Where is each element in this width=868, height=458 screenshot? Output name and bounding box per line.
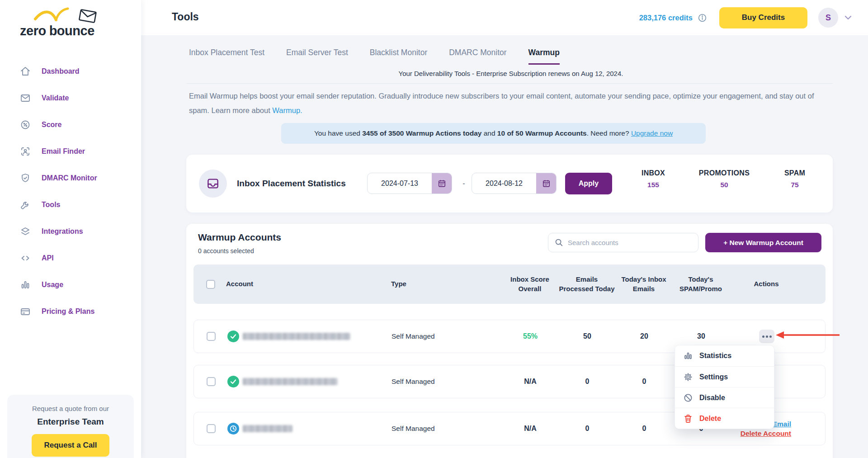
tab-inbox-placement-test[interactable]: Inbox Placement Test bbox=[189, 48, 264, 65]
tab-warmup[interactable]: Warmup bbox=[528, 48, 560, 65]
inbox-score-value: N/A bbox=[502, 425, 559, 433]
code-icon bbox=[20, 253, 31, 264]
select-all-checkbox[interactable] bbox=[206, 280, 215, 289]
date-to-value: 2024-08-12 bbox=[472, 173, 536, 194]
sidebar-item-label: API bbox=[42, 254, 54, 262]
date-range-separator: - bbox=[458, 173, 470, 194]
menu-item-statistics[interactable]: Statistics bbox=[675, 345, 774, 366]
avatar-initial: S bbox=[826, 13, 831, 23]
row-actions-more-button[interactable] bbox=[759, 330, 774, 343]
metric-inbox: INBOX 155 bbox=[622, 169, 685, 189]
sidebar-item-dashboard[interactable]: Dashboard bbox=[0, 58, 141, 85]
menu-item-settings[interactable]: Settings bbox=[675, 366, 774, 387]
todays-inbox-value: 20 bbox=[616, 332, 673, 340]
menu-item-delete[interactable]: Delete bbox=[675, 408, 774, 429]
row-checkbox[interactable] bbox=[207, 332, 216, 341]
sidebar-item-label: Pricing & Plans bbox=[42, 307, 94, 316]
sidebar-item-integrations[interactable]: Integrations bbox=[0, 218, 141, 245]
logo-wordmark: zerobounce bbox=[20, 24, 94, 38]
content: Inbox Placement Test Email Server Test B… bbox=[141, 35, 868, 458]
delete-account-link[interactable]: Delete Account bbox=[741, 430, 791, 438]
new-warmup-account-button[interactable]: + New Warmup Account bbox=[705, 233, 821, 252]
page-title: Tools bbox=[172, 11, 199, 23]
apply-button[interactable]: Apply bbox=[565, 173, 612, 194]
todays-inbox-value: 0 bbox=[616, 378, 673, 386]
sidebar-nav: Dashboard Validate Score Email Finder DM… bbox=[0, 58, 141, 325]
sidebar-item-dmarc-monitor[interactable]: DMARC Monitor bbox=[0, 165, 141, 191]
zerobounce-logo[interactable]: zerobounce bbox=[20, 8, 115, 41]
enterprise-card-line1: Request a quote from our bbox=[7, 405, 134, 412]
credit-card-icon bbox=[20, 306, 31, 317]
shield-check-icon bbox=[20, 173, 31, 184]
check-circle-icon bbox=[227, 331, 239, 342]
envelope-icon bbox=[20, 93, 31, 104]
inbox-tray-icon bbox=[199, 170, 227, 198]
sidebar-item-label: Email Finder bbox=[42, 147, 85, 156]
main-area: Tools 283,176 credits Buy Credits S Inbo… bbox=[141, 0, 868, 458]
chevron-down-icon[interactable] bbox=[844, 15, 852, 20]
sidebar-item-email-finder[interactable]: Email Finder bbox=[0, 138, 141, 165]
menu-item-disable[interactable]: Disable bbox=[675, 387, 774, 408]
account-type: Self Managed bbox=[392, 332, 502, 340]
emails-processed-value: 50 bbox=[559, 332, 616, 340]
gear-icon bbox=[683, 372, 693, 382]
bar-chart-icon bbox=[683, 351, 693, 361]
logo-swoosh-icon bbox=[33, 7, 75, 24]
account-name-redacted bbox=[243, 333, 350, 340]
col-inbox-score: Inbox Score Overall bbox=[501, 275, 558, 293]
tab-blacklist-monitor[interactable]: Blacklist Monitor bbox=[370, 48, 427, 65]
sidebar: zerobounce Dashboard Validate Score Emai… bbox=[0, 0, 141, 458]
request-call-button[interactable]: Request a Call bbox=[32, 434, 109, 457]
check-circle-icon bbox=[227, 376, 239, 387]
upgrade-now-link[interactable]: Upgrade now bbox=[631, 129, 673, 137]
email-link[interactable]: Email bbox=[773, 420, 791, 428]
col-todays-inbox: Today's Inbox Emails bbox=[615, 275, 672, 293]
sidebar-item-label: Score bbox=[42, 121, 61, 129]
account-type: Self Managed bbox=[392, 378, 502, 386]
inbox-score-value: 55% bbox=[502, 332, 559, 340]
inbox-score-value: N/A bbox=[502, 378, 559, 386]
calendar-icon[interactable] bbox=[432, 173, 452, 194]
annotation-arrow bbox=[775, 330, 841, 340]
sidebar-item-label: Usage bbox=[42, 281, 63, 289]
avatar[interactable]: S bbox=[818, 8, 838, 28]
calendar-icon[interactable] bbox=[536, 173, 556, 194]
clock-circle-icon bbox=[227, 423, 239, 434]
credits-counter[interactable]: 283,176 credits bbox=[639, 14, 693, 22]
sidebar-item-label: Dashboard bbox=[42, 67, 80, 76]
sidebar-item-label: DMARC Monitor bbox=[42, 174, 97, 182]
account-type: Self Managed bbox=[392, 425, 502, 433]
metric-spam: SPAM 75 bbox=[763, 169, 826, 189]
emails-processed-value: 0 bbox=[559, 378, 616, 386]
info-icon[interactable] bbox=[698, 14, 707, 22]
subscription-note: Your Deliverability Tools - Enterprise S… bbox=[189, 70, 833, 77]
col-type: Type bbox=[391, 279, 501, 288]
date-to-input[interactable]: 2024-08-12 bbox=[472, 173, 557, 194]
warmup-learn-more-link[interactable]: Warmup. bbox=[272, 106, 302, 114]
sidebar-item-validate[interactable]: Validate bbox=[0, 85, 141, 111]
home-icon bbox=[20, 66, 31, 77]
todays-spam-value: 30 bbox=[673, 332, 730, 340]
row-checkbox[interactable] bbox=[207, 377, 216, 386]
warmup-description: Email Warmup helps boost your email send… bbox=[189, 89, 833, 118]
col-actions: Actions bbox=[729, 279, 803, 288]
accounts-table-header: Account Type Inbox Score Overall Emails … bbox=[193, 264, 826, 304]
sidebar-item-label: Validate bbox=[42, 94, 69, 102]
sidebar-item-usage[interactable]: Usage bbox=[0, 271, 141, 298]
tab-email-server-test[interactable]: Email Server Test bbox=[286, 48, 348, 65]
ban-icon bbox=[683, 393, 693, 403]
sidebar-item-tools[interactable]: Tools bbox=[0, 191, 141, 218]
date-from-input[interactable]: 2024-07-13 bbox=[367, 173, 452, 194]
layers-icon bbox=[20, 226, 31, 237]
stats-card-title: Inbox Placement Statistics bbox=[237, 155, 346, 212]
top-bar: Tools 283,176 credits Buy Credits S bbox=[141, 0, 868, 35]
bar-chart-icon bbox=[20, 279, 31, 290]
search-accounts-input[interactable] bbox=[568, 239, 698, 246]
tab-dmarc-monitor[interactable]: DMARC Monitor bbox=[449, 48, 506, 65]
row-checkbox[interactable] bbox=[207, 424, 216, 433]
sidebar-item-score[interactable]: Score bbox=[0, 111, 141, 138]
search-accounts-box bbox=[548, 233, 698, 252]
sidebar-item-api[interactable]: API bbox=[0, 245, 141, 271]
buy-credits-button[interactable]: Buy Credits bbox=[719, 7, 807, 28]
sidebar-item-pricing-plans[interactable]: Pricing & Plans bbox=[0, 298, 141, 325]
